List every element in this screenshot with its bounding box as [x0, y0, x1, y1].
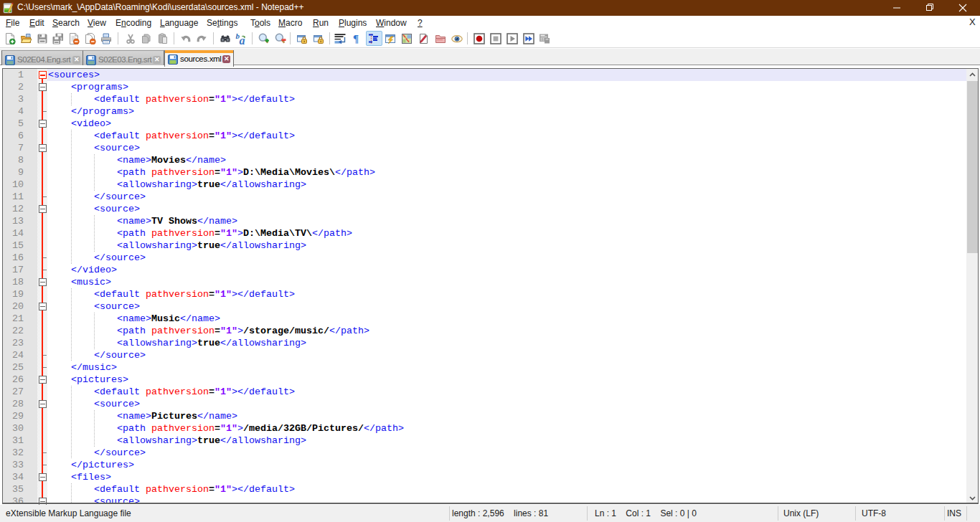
svg-text:a: a — [240, 34, 245, 45]
